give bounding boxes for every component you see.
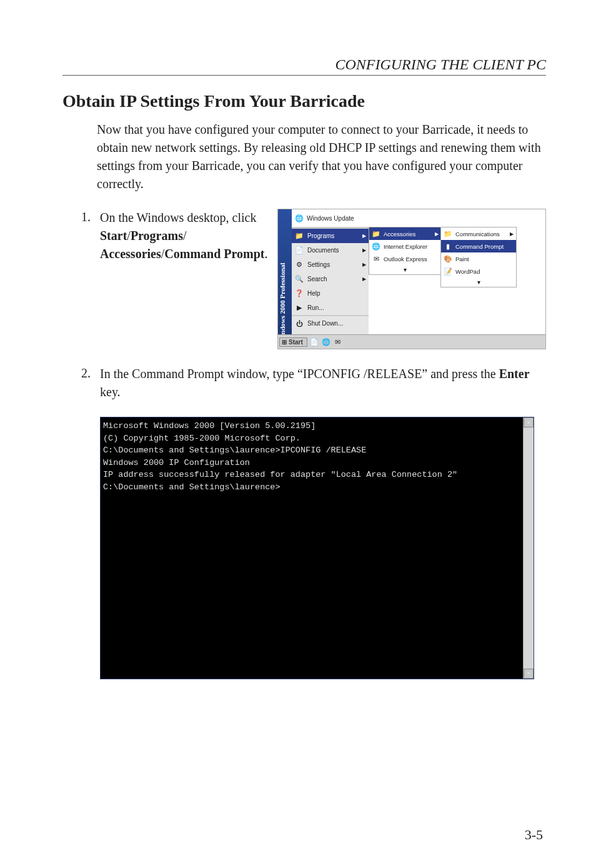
menu-windows-update[interactable]: 🌐 Windows Update (292, 209, 369, 227)
intro-paragraph: Now that you have configured your comput… (97, 121, 546, 193)
taskbar-icon[interactable]: 🌐 (321, 337, 331, 347)
chevron-right-icon: ▶ (362, 262, 366, 267)
submenu-expand[interactable]: ▾ (369, 265, 441, 274)
submenu-paint[interactable]: 🎨 Paint (441, 252, 516, 265)
globe-icon: 🌐 (294, 213, 304, 223)
menu-shutdown[interactable]: ⏻ Shut Down... (292, 316, 369, 331)
menu-label: Programs (307, 232, 334, 239)
menu-label: Outlook Express (384, 256, 427, 262)
submenu-outlook[interactable]: ✉ Outlook Express (369, 252, 441, 265)
expand-icon: ▾ (404, 266, 407, 273)
cmd-line: C:\Documents and Settings\laurence>IPCON… (103, 444, 534, 457)
wordpad-icon: 📝 (443, 266, 453, 276)
chevron-right-icon: ▶ (435, 231, 439, 237)
taskbar-icon[interactable]: 📄 (309, 337, 319, 347)
chevron-right-icon: ▶ (510, 231, 514, 237)
paint-icon: 🎨 (443, 254, 453, 264)
scroll-down-button[interactable]: ▼ (524, 669, 534, 679)
menu-label: Settings (307, 261, 330, 268)
scroll-up-button[interactable]: ▲ (524, 417, 534, 427)
menu-programs[interactable]: 📁 Programs ▶ (292, 229, 369, 243)
submenu-wordpad[interactable]: 📝 WordPad (441, 265, 516, 277)
svg-text:Windows 2000 Professional: Windows 2000 Professional (279, 262, 286, 343)
search-icon: 🔍 (294, 274, 304, 284)
start-menu-column-accessories: 📁 Communications ▶ ▮ Command Prompt 🎨 Pa… (440, 227, 517, 287)
documents-icon: 📄 (294, 246, 304, 256)
run-icon: ▶ (294, 303, 304, 313)
mail-icon: ✉ (371, 254, 381, 264)
menu-label: Command Prompt (455, 243, 504, 250)
menu-label: WordPad (455, 268, 480, 275)
submenu-ie[interactable]: 🌐 Internet Explorer (369, 240, 441, 252)
cmd-line: IP address successfully released for ada… (103, 469, 534, 481)
os-banner: Windows 2000 Professional (278, 209, 292, 349)
help-icon: ❓ (294, 289, 304, 299)
step-2-text: In the Command Prompt window, type “IPCO… (100, 365, 546, 401)
programs-icon: 📁 (294, 231, 304, 241)
menu-settings[interactable]: ⚙ Settings ▶ (292, 257, 369, 272)
submenu-command-prompt[interactable]: ▮ Command Prompt (441, 240, 516, 252)
cmd-line: (C) Copyright 1985-2000 Microsoft Corp. (103, 432, 534, 445)
command-prompt-figure: Microsoft Windows 2000 [Version 5.00.219… (100, 417, 534, 679)
section-title: Obtain IP Settings From Your Barricade (62, 91, 546, 111)
menu-label: Paint (455, 256, 469, 262)
start-label: Start (289, 339, 303, 346)
menu-label: Accessories (384, 231, 415, 237)
step-2: 2. In the Command Prompt window, type “I… (69, 365, 546, 401)
taskbar-icon[interactable]: ✉ (333, 337, 343, 347)
cmd-line: Microsoft Windows 2000 [Version 5.00.219… (103, 420, 534, 432)
submenu-communications[interactable]: 📁 Communications ▶ (441, 227, 516, 240)
step-1-number: 1. (69, 209, 91, 224)
menu-label: Communications (455, 231, 500, 237)
menu-label: Run... (307, 304, 324, 311)
start-menu-column-main: 🌐 Windows Update 📁 Programs ▶ 📄 Document… (292, 209, 369, 349)
chevron-right-icon: ▶ (362, 247, 366, 253)
chevron-right-icon: ▶ (362, 233, 366, 239)
submenu-accessories[interactable]: 📁 Accessories ▶ (369, 227, 441, 240)
menu-search[interactable]: 🔍 Search ▶ (292, 272, 369, 286)
header-rule (62, 75, 546, 76)
step-1: 1. On the Windows desktop, click Start/P… (69, 209, 546, 349)
scrollbar[interactable]: ▲ ▼ (523, 417, 534, 679)
folder-icon: 📁 (443, 229, 453, 239)
ie-icon: 🌐 (371, 241, 381, 251)
menu-documents[interactable]: 📄 Documents ▶ (292, 243, 369, 257)
expand-icon: ▾ (477, 279, 480, 286)
shutdown-icon: ⏻ (294, 319, 304, 329)
windows-icon: ⊞ (282, 339, 287, 346)
cmd-line: C:\Documents and Settings\laurence> (103, 481, 534, 494)
menu-label: Internet Explorer (384, 243, 427, 250)
step-2-number: 2. (69, 365, 91, 381)
menu-run[interactable]: ▶ Run... (292, 301, 369, 315)
start-menu-column-programs: 📁 Accessories ▶ 🌐 Internet Explorer ✉ Ou… (369, 227, 442, 275)
chevron-right-icon: ▶ (362, 276, 366, 282)
page-number: 3-5 (525, 827, 543, 843)
taskbar: ⊞ Start 📄 🌐 ✉ (278, 334, 545, 349)
start-button[interactable]: ⊞ Start (279, 337, 307, 347)
menu-label: Documents (307, 247, 339, 254)
menu-label: Windows Update (307, 215, 354, 222)
terminal-icon: ▮ (443, 241, 453, 251)
cmd-line: Windows 2000 IP Configuration (103, 457, 534, 469)
menu-label: Shut Down... (307, 320, 343, 327)
step-1-text: On the Windows desktop, click Start/Prog… (100, 209, 268, 263)
settings-icon: ⚙ (294, 260, 304, 270)
submenu-expand[interactable]: ▾ (441, 277, 516, 287)
menu-label: Help (307, 290, 320, 297)
menu-label: Search (307, 276, 327, 282)
start-menu-figure: Windows 2000 Professional 🌐 Windows Upda… (277, 209, 546, 349)
menu-help[interactable]: ❓ Help (292, 286, 369, 301)
page-header: CONFIGURING THE CLIENT PC (62, 56, 546, 73)
folder-icon: 📁 (371, 229, 381, 239)
